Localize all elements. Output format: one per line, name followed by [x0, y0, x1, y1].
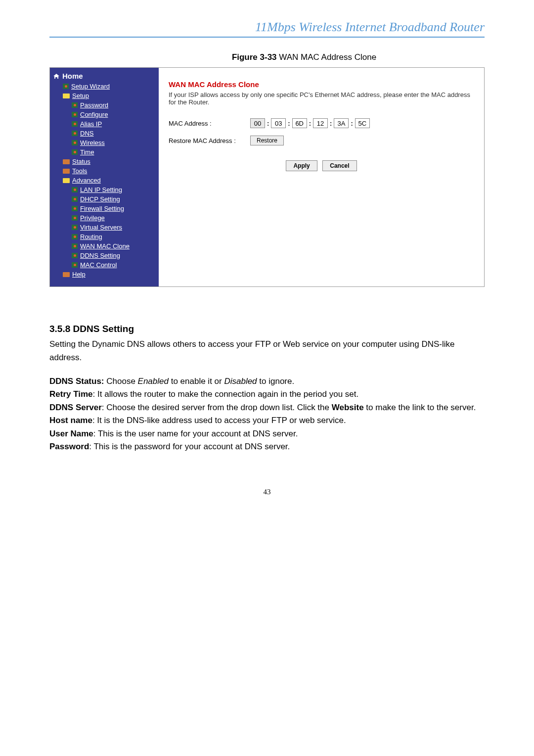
nav-label: Setup Wizard	[71, 83, 110, 90]
mac-octet-1[interactable]	[271, 118, 286, 128]
nav-virtual-servers[interactable]: Virtual Servers	[53, 223, 156, 232]
mac-address-label: MAC Address :	[169, 120, 250, 127]
nav-configure[interactable]: Configure	[53, 110, 156, 119]
ddns-server-label: DDNS Server	[49, 403, 102, 412]
page-icon	[72, 262, 78, 268]
figure-caption: Figure 3-33 WAN MAC Address Clone	[124, 52, 485, 62]
text: to make the link to the server.	[364, 403, 476, 412]
page-number: 43	[49, 488, 485, 496]
figure-title: WAN MAC Address Clone	[277, 52, 377, 62]
nav-label: DHCP Setting	[80, 195, 120, 203]
cancel-button[interactable]: Cancel	[322, 160, 356, 171]
nav-status[interactable]: Status	[53, 157, 156, 166]
section-heading: 3.5.8 DDNS Setting	[49, 322, 485, 336]
page-icon	[72, 234, 78, 239]
nav-label: MAC Control	[80, 261, 117, 269]
nav-setup[interactable]: Setup	[53, 91, 156, 100]
mac-octet-5[interactable]	[355, 118, 370, 128]
password-line: Password: This is the password for your …	[49, 440, 485, 453]
nav-label: Tools	[72, 167, 87, 175]
mac-separator: :	[351, 120, 353, 127]
mac-separator: :	[309, 120, 311, 127]
figure-number: Figure 3-33	[232, 52, 277, 62]
restore-mac-label: Restore MAC Address :	[169, 137, 250, 144]
text: : It is the DNS-like address used to acc…	[92, 416, 346, 425]
nav-mac-control[interactable]: MAC Control	[53, 260, 156, 270]
nav-label: Privilege	[80, 214, 105, 222]
nav-label: Password	[80, 101, 108, 109]
text: to enable it or	[169, 377, 224, 386]
nav-label: Advanced	[72, 177, 101, 184]
text: : Choose the desired server from the dro…	[102, 403, 332, 412]
folder-icon	[63, 272, 70, 277]
nav-label: WAN MAC Clone	[80, 242, 130, 250]
folder-open-icon	[63, 94, 70, 98]
mac-separator: :	[267, 120, 269, 127]
apply-button[interactable]: Apply	[286, 160, 317, 171]
page-icon	[63, 84, 69, 89]
restore-button[interactable]: Restore	[250, 136, 284, 145]
page-icon	[72, 196, 78, 202]
nav-label: Help	[72, 271, 86, 278]
nav-home-label: Home	[62, 72, 83, 80]
nav-privilege[interactable]: Privilege	[53, 213, 156, 223]
folder-open-icon	[63, 178, 70, 183]
nav-sidebar: Home Setup Wizard Setup Password Configu…	[50, 68, 159, 286]
nav-help[interactable]: Help	[53, 270, 156, 279]
nav-label: Time	[80, 148, 94, 156]
folder-icon	[63, 159, 70, 164]
ddns-server-line: DDNS Server: Choose the desired server f…	[49, 401, 485, 414]
nav-password[interactable]: Password	[53, 100, 156, 110]
nav-routing[interactable]: Routing	[53, 232, 156, 241]
ddns-status-line: DDNS Status: Choose Enabled to enable it…	[49, 375, 485, 388]
main-content-panel: WAN MAC Address Clone If your ISP allows…	[159, 68, 484, 286]
text: to ignore.	[257, 377, 295, 386]
mac-octet-3[interactable]	[313, 118, 328, 128]
panel-description: If your ISP allows access by only one sp…	[169, 91, 474, 106]
enabled-term: Enabled	[138, 377, 169, 386]
text: Choose	[104, 377, 138, 386]
page-icon	[72, 102, 78, 108]
ddns-status-label: DDNS Status:	[49, 377, 104, 386]
section-intro: Setting the Dynamic DNS allows others to…	[49, 338, 485, 364]
mac-octet-2[interactable]	[292, 118, 307, 128]
document-header: 11Mbps Wireless Internet Broadband Route…	[49, 20, 485, 38]
mac-separator: :	[330, 120, 332, 127]
nav-firewall[interactable]: Firewall Setting	[53, 204, 156, 213]
nav-time[interactable]: Time	[53, 147, 156, 157]
nav-alias-ip[interactable]: Alias IP	[53, 119, 156, 129]
nav-label: Setup	[72, 92, 89, 99]
nav-dhcp[interactable]: DHCP Setting	[53, 194, 156, 204]
mac-separator: :	[288, 120, 290, 127]
mac-octet-4[interactable]	[334, 118, 349, 128]
page-icon	[72, 243, 78, 249]
nav-label: Status	[72, 158, 90, 165]
mac-octet-0[interactable]	[250, 118, 265, 128]
text: : This is the password for your account …	[89, 442, 290, 451]
text: : It allows the router to make the conne…	[93, 389, 359, 399]
nav-dns[interactable]: DNS	[53, 129, 156, 138]
nav-setup-wizard[interactable]: Setup Wizard	[53, 82, 156, 91]
disabled-term: Disabled	[224, 377, 257, 386]
page-icon	[72, 112, 78, 117]
panel-title: WAN MAC Address Clone	[169, 80, 474, 89]
nav-lan-ip[interactable]: LAN IP Setting	[53, 185, 156, 194]
restore-mac-row: Restore MAC Address : Restore	[169, 136, 474, 145]
nav-label: Virtual Servers	[80, 224, 122, 231]
password-label: Password	[49, 442, 89, 451]
document-body: 3.5.8 DDNS Setting Setting the Dynamic D…	[49, 322, 485, 453]
nav-ddns[interactable]: DDNS Setting	[53, 251, 156, 260]
nav-home[interactable]: Home	[53, 72, 156, 80]
host-name-label: Host name	[49, 416, 92, 425]
nav-tools[interactable]: Tools	[53, 166, 156, 176]
retry-time-label: Retry Time	[49, 389, 93, 399]
page-icon	[72, 149, 78, 155]
nav-wireless[interactable]: Wireless	[53, 138, 156, 147]
action-buttons: Apply Cancel	[169, 160, 474, 171]
text: : This is the user name for your account…	[93, 429, 298, 438]
nav-label: DNS	[80, 130, 93, 137]
nav-label: LAN IP Setting	[80, 186, 122, 193]
nav-advanced[interactable]: Advanced	[53, 176, 156, 185]
nav-label: Configure	[80, 111, 108, 118]
nav-wan-mac[interactable]: WAN MAC Clone	[53, 241, 156, 251]
